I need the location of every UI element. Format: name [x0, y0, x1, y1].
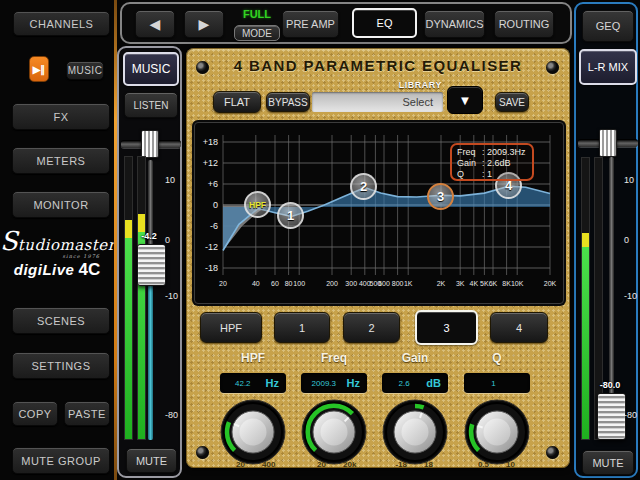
music-source-button[interactable]: MUSIC — [66, 61, 104, 80]
meters-button[interactable]: METERS — [12, 147, 110, 174]
svg-text:2K: 2K — [437, 280, 446, 287]
svg-text:800: 800 — [392, 280, 404, 287]
pan-slider-handle[interactable] — [141, 130, 159, 158]
svg-text:-12: -12 — [205, 242, 218, 252]
fx-button[interactable]: FX — [12, 103, 110, 130]
band-button-1[interactable]: 1 — [274, 312, 330, 343]
mute-group-button[interactable]: MUTE GROUP — [12, 447, 110, 474]
prev-channel-button[interactable]: ◀ — [135, 10, 175, 38]
scale-label: 0 — [624, 235, 640, 245]
monitor-button[interactable]: MONITOR — [12, 191, 110, 218]
mute-button[interactable]: MUTE — [582, 450, 634, 475]
paste-button[interactable]: PASTE — [64, 401, 110, 426]
knob-gain[interactable] — [377, 394, 453, 470]
svg-text:80: 80 — [285, 280, 293, 287]
svg-text:60: 60 — [271, 280, 279, 287]
display-unit: Hz — [347, 377, 367, 389]
pan-slider-handle[interactable] — [599, 129, 617, 157]
eq-node-hpf[interactable]: HPF — [244, 191, 271, 218]
channel-name-button[interactable]: MUSIC — [123, 52, 179, 86]
copy-button[interactable]: COPY — [12, 401, 58, 426]
knob-max-label: 10 — [506, 460, 542, 469]
digilive-logo: digiLive4C — [0, 260, 114, 280]
tab-routing[interactable]: ROUTING — [494, 10, 554, 38]
library-dropdown-button[interactable]: ▼ — [447, 86, 483, 114]
scale-label: 0 — [165, 235, 183, 245]
knob-display-gain: 2.6dB — [382, 373, 448, 393]
tab-dynamics[interactable]: DYNAMICS — [424, 10, 485, 38]
display-value: 1 — [464, 379, 523, 388]
fader-value: -4.2 — [129, 231, 169, 241]
knob-label-q: Q — [457, 351, 537, 365]
mode-button[interactable]: MODE — [234, 25, 280, 41]
listen-button[interactable]: LISTEN — [124, 92, 178, 118]
channels-button[interactable]: CHANNELS — [13, 11, 110, 36]
library-select-field[interactable]: Select — [312, 92, 443, 112]
display-value: 42.2 — [220, 379, 266, 388]
meter-right-yellow — [138, 214, 145, 232]
display-value: 2009.3 — [301, 379, 347, 388]
knob-label-freq: Freq — [294, 351, 374, 365]
svg-text:-6: -6 — [210, 221, 218, 231]
band-button-4[interactable]: 4 — [490, 312, 548, 343]
knob-label-gain: Gain — [375, 351, 455, 365]
meter-left-yellow — [582, 233, 589, 247]
svg-text:-18: -18 — [205, 263, 218, 273]
meter-left-green — [582, 247, 589, 439]
studiomaster-logo: Studiomaster since 1976 — [0, 226, 114, 259]
info-row: Gain: 2.6dB — [457, 158, 527, 169]
svg-text:+12: +12 — [203, 158, 218, 168]
band-button-2[interactable]: 2 — [343, 312, 400, 343]
bypass-button[interactable]: BYPASS — [266, 92, 310, 112]
scale-label: -10 — [165, 291, 183, 301]
left-channel-strip: MUSIC LISTEN -4.2 100-10-80 MUTE — [117, 46, 182, 478]
geq-button[interactable]: GEQ — [582, 10, 634, 42]
arrow-right-icon: ▶ — [199, 16, 210, 32]
save-button[interactable]: SAVE — [495, 92, 529, 112]
band-info-box: Freq: 2009.3HzGain: 2.6dBQ: 1 — [450, 143, 534, 181]
svg-text:200: 200 — [326, 280, 338, 287]
band-button-3[interactable]: 3 — [415, 310, 478, 345]
panel-title: 4 BAND PARAMETRIC EQUALISER — [186, 57, 570, 74]
knob-hpf[interactable] — [215, 394, 291, 470]
eq-node-2[interactable]: 2 — [350, 173, 377, 200]
knob-freq[interactable] — [296, 394, 372, 470]
logo-rest: tudiomaster — [18, 236, 116, 254]
tab-eq[interactable]: EQ — [352, 8, 417, 38]
tab-pre-amp[interactable]: PRE AMP — [282, 10, 339, 38]
scale-label: 10 — [624, 175, 640, 185]
scale-label: -80 — [624, 410, 640, 420]
fader-handle[interactable] — [137, 244, 166, 286]
knob-display-hpf: 42.2Hz — [220, 373, 286, 393]
next-channel-button[interactable]: ▶ — [184, 10, 224, 38]
arrow-left-icon: ◀ — [150, 16, 161, 32]
play-pause-button[interactable]: ▶∥ — [29, 56, 49, 82]
svg-text:3K: 3K — [456, 280, 465, 287]
digilive-4c: 4C — [78, 260, 100, 279]
svg-text:600: 600 — [378, 280, 390, 287]
svg-text:300: 300 — [345, 280, 357, 287]
sidebar: CHANNELS ▶∥ MUSIC FX METERS MONITOR Stud… — [0, 0, 114, 480]
fader-handle[interactable] — [597, 393, 626, 440]
knob-q[interactable] — [459, 394, 535, 470]
mixer-screen: CHANNELS ▶∥ MUSIC FX METERS MONITOR Stud… — [0, 0, 640, 480]
digilive-text: digiLive — [14, 261, 75, 278]
flat-button[interactable]: FLAT — [213, 91, 261, 113]
eq-panel: 4 BAND PARAMETRIC EQUALISER FLAT BYPASS … — [186, 48, 570, 468]
eq-node-1[interactable]: 1 — [277, 202, 304, 229]
display-unit: dB — [426, 377, 448, 389]
svg-text:+18: +18 — [203, 137, 218, 147]
scenes-button[interactable]: SCENES — [12, 307, 110, 334]
svg-text:6K: 6K — [489, 280, 498, 287]
eq-node-3[interactable]: 3 — [427, 183, 454, 210]
lr-mix-button[interactable]: L-R MIX — [579, 49, 637, 85]
knob-min-label: 0.5 — [453, 460, 489, 469]
eq-graph[interactable]: +18+12+60-6-12-1820406080100200300400500… — [194, 122, 564, 304]
settings-button[interactable]: SETTINGS — [12, 352, 110, 379]
knob-section: HPF42.2Hz20400Freq2009.3Hz2020kGain2.6dB… — [186, 348, 570, 468]
svg-text:8K: 8K — [502, 280, 511, 287]
band-button-hpf[interactable]: HPF — [200, 312, 262, 343]
svg-text:4K: 4K — [470, 280, 479, 287]
svg-text:20: 20 — [219, 280, 227, 287]
mute-button[interactable]: MUTE — [126, 448, 177, 473]
